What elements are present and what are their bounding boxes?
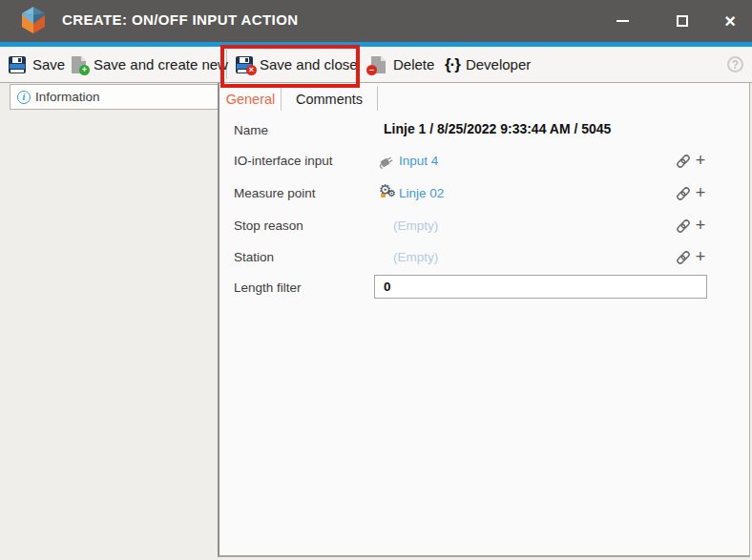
gears-icon: ⚙ ⚙ [379,184,398,201]
close-icon: × [724,11,736,31]
tab-comments[interactable]: Comments [282,87,378,111]
save-and-create-new-label: Save and create new [94,56,228,73]
length-filter-label: Length filter [234,280,302,295]
tab-general[interactable]: General [220,87,282,111]
add-icon[interactable]: + [694,218,707,233]
save-label: Save [32,56,65,73]
dialog-window: CREATE: ON/OFF INPUT ACTION × Save [0,0,752,560]
save-button[interactable]: Save [8,47,65,82]
stop-reason-value: (Empty) [393,218,438,233]
sidebar: i Information [0,83,218,560]
close-button[interactable]: × [714,0,746,42]
link-icon[interactable] [676,186,691,201]
delete-icon: – [368,55,387,74]
save-and-create-new-button[interactable]: + Save and create new [69,47,228,82]
add-icon[interactable]: + [694,249,707,264]
app-logo-icon [21,7,46,33]
station-label: Station [234,250,274,264]
measure-point-link[interactable]: Linje 02 [399,186,444,200]
tab-general-label: General [226,92,276,107]
delete-button[interactable]: – Delete [368,47,434,82]
minimize-button[interactable] [606,0,638,42]
station-value: (Empty) [393,250,438,264]
io-interface-input-link[interactable]: Input 4 [399,154,438,168]
minimize-icon [616,20,629,22]
link-icon[interactable] [676,218,691,234]
title-bar: CREATE: ON/OFF INPUT ACTION × [0,0,752,42]
sidebar-section-information[interactable]: i Information [10,84,219,110]
add-icon[interactable]: + [694,153,707,168]
toolbar: Save + Save and create new [0,47,752,83]
measure-point-label: Measure point [234,186,316,200]
developer-button[interactable]: {·} Developer [445,47,531,82]
tab-comments-label: Comments [296,92,363,107]
name-field-label: Name [234,123,268,137]
help-icon[interactable]: ? [727,56,743,73]
save-and-close-label: Save and close [260,56,358,73]
info-icon: i [17,91,31,104]
save-and-close-button[interactable]: × Save and close [235,47,358,82]
minus-badge-icon: – [366,65,377,75]
maximize-button[interactable] [666,0,699,42]
developer-braces-icon: {·} [445,55,460,74]
information-label: Information [35,90,100,104]
save-create-new-icon: + [69,55,88,74]
io-interface-input-label: IO-interface input [234,154,333,168]
stop-reason-label: Stop reason [234,218,303,233]
save-floppy-icon [8,55,27,74]
io-plug-icon [378,153,395,170]
link-icon[interactable] [676,154,691,169]
name-field-value: Linje 1 / 8/25/2022 9:33:44 AM / 5045 [384,121,611,136]
save-close-icon: × [235,55,254,74]
add-icon[interactable]: + [694,185,707,200]
developer-label: Developer [466,56,531,73]
plus-badge-icon: + [79,65,90,75]
close-badge-icon: × [246,65,257,75]
delete-label: Delete [393,56,434,73]
maximize-icon [677,15,688,27]
length-filter-input[interactable] [374,275,707,299]
window-title: CREATE: ON/OFF INPUT ACTION [62,11,298,28]
link-icon[interactable] [676,250,691,265]
